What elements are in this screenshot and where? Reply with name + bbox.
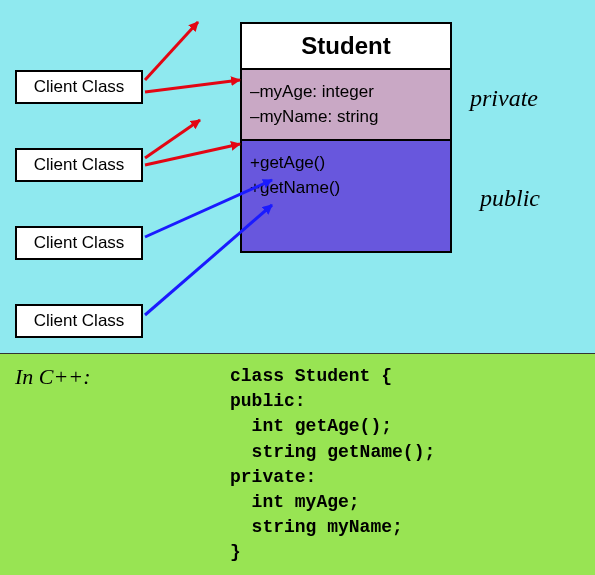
uml-attr-myname: –myName: string [250,105,442,130]
diagram-area: Client Class Client Class Client Class C… [0,0,595,353]
language-label: In C++: [15,364,91,390]
uml-class-title: Student [242,24,450,70]
public-label: public [480,185,540,212]
uml-op-getname: +getName() [250,176,442,201]
client-class-box-3: Client Class [15,226,143,260]
arrow-red-2 [145,80,240,92]
client-label-3: Client Class [34,233,125,253]
uml-op-getage: +getAge() [250,151,442,176]
client-label-1: Client Class [34,77,125,97]
client-class-box-4: Client Class [15,304,143,338]
arrow-red-4 [145,144,240,165]
private-label: private [470,85,538,112]
client-label-2: Client Class [34,155,125,175]
arrow-red-3 [145,120,200,158]
uml-attr-myage: –myAge: integer [250,80,442,105]
client-label-4: Client Class [34,311,125,331]
code-area: In C++: class Student { public: int getA… [0,353,595,575]
client-class-box-1: Client Class [15,70,143,104]
uml-class-box: Student –myAge: integer –myName: string … [240,22,452,253]
uml-operations-public: +getAge() +getName() [242,141,450,250]
arrow-red-1 [145,22,198,80]
cpp-code: class Student { public: int getAge(); st… [230,364,435,566]
uml-attributes-private: –myAge: integer –myName: string [242,70,450,141]
client-class-box-2: Client Class [15,148,143,182]
